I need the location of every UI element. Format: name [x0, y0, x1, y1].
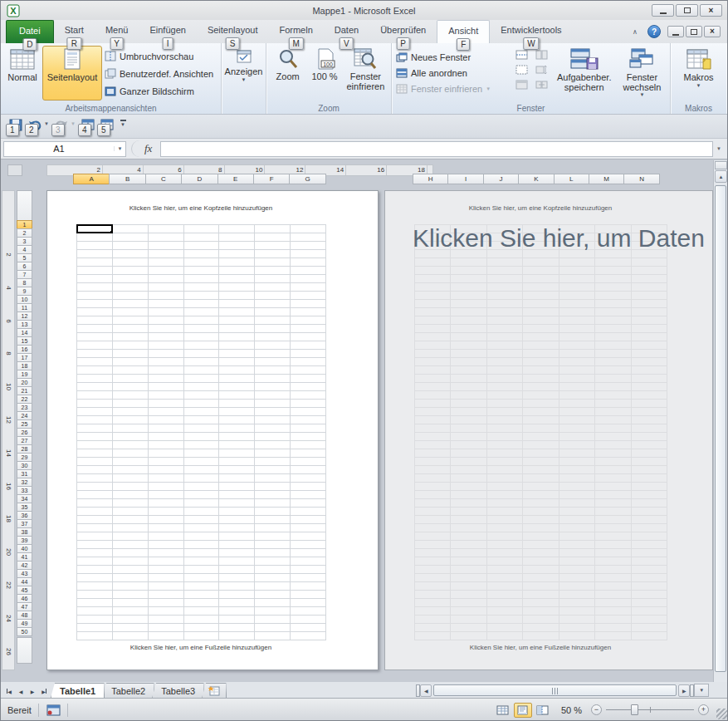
scroll-right-icon[interactable]: ▶: [678, 684, 690, 697]
last-sheet-button[interactable]: ▶: [38, 684, 50, 698]
name-box[interactable]: A1 ▼: [3, 141, 126, 157]
zoom-third-button[interactable]: Fenster einfrieren: [342, 46, 389, 101]
column-header-G[interactable]: G: [289, 174, 325, 184]
ribbon-tab-entwicklertools[interactable]: EntwicklertoolsW: [490, 20, 572, 43]
help-icon[interactable]: ?: [647, 25, 661, 38]
vertical-scrollbar[interactable]: ▲: [713, 160, 728, 682]
insert-function-button[interactable]: fx: [141, 142, 160, 155]
header-placeholder[interactable]: Klicken Sie hier, um eine Kopfzeile hinz…: [414, 204, 667, 212]
column-header-F[interactable]: F: [253, 174, 290, 184]
ribbon-tab-datei[interactable]: DateiD: [6, 20, 54, 43]
custom-views-button[interactable]: Benutzerdef. Ansichten: [102, 65, 216, 82]
save-button[interactable]: 1: [6, 116, 25, 133]
column-header-K[interactable]: K: [518, 174, 554, 184]
footer-placeholder[interactable]: Klicken Sie hier, um eine Fußzeile hinzu…: [414, 644, 667, 651]
qat-window-button[interactable]: 4: [78, 116, 97, 133]
show-button[interactable]: Anzeigen ▼: [223, 46, 264, 101]
ribbon-tab-formeln[interactable]: FormelnM: [268, 20, 323, 43]
column-header-D[interactable]: D: [181, 174, 217, 184]
column-header-I[interactable]: I: [447, 174, 483, 184]
ribbon-tab-seitenlayout[interactable]: SeitenlayoutS: [197, 20, 269, 43]
column-header-A[interactable]: A: [73, 174, 110, 184]
column-header-M[interactable]: M: [589, 174, 624, 184]
previous-sheet-button[interactable]: ◀: [15, 684, 27, 698]
cell-grid[interactable]: [76, 224, 326, 640]
qat-table-button[interactable]: 5: [97, 116, 116, 133]
ribbon-tab-start[interactable]: StartR: [54, 20, 95, 43]
view-side-by-side-button[interactable]: [535, 49, 549, 61]
scroll-down-icon[interactable]: ▼: [694, 684, 709, 697]
zoom-level[interactable]: 50 %: [561, 705, 582, 715]
vertical-split-handle[interactable]: [715, 161, 727, 169]
hide-window-button[interactable]: [515, 64, 529, 76]
add-data-placeholder[interactable]: Klicken Sie hier, um Daten h: [413, 224, 713, 253]
insert-worksheet-button[interactable]: [202, 683, 227, 698]
redo-button[interactable]: 3: [51, 116, 71, 133]
column-header-N[interactable]: N: [623, 174, 659, 184]
switch-windows-button[interactable]: Fenster wechseln ▼: [616, 46, 668, 101]
horizontal-scrollbar-thumb[interactable]: [433, 684, 677, 696]
next-sheet-button[interactable]: ▶: [27, 684, 38, 698]
footer-placeholder[interactable]: Klicken Sie hier, um eine Fußzeile hinzu…: [76, 644, 325, 651]
status-normal-view-button[interactable]: [494, 703, 512, 718]
zoom-slider-thumb[interactable]: [631, 704, 638, 715]
zoom-button[interactable]: Zoom: [268, 46, 307, 101]
sheet-tab-tabelle1[interactable]: Tabelle1: [51, 683, 105, 698]
zoom-100-button[interactable]: 100 100 %: [307, 46, 341, 101]
formula-input[interactable]: [160, 141, 713, 157]
ribbon-tab-einfügen[interactable]: EinfügenI: [139, 20, 196, 43]
zoom-slider[interactable]: [606, 704, 694, 715]
selected-cell-a1[interactable]: [76, 224, 113, 233]
synchronous-scrolling-button[interactable]: [535, 64, 549, 76]
name-box-dropdown-icon[interactable]: ▼: [114, 146, 125, 151]
arrange-all-button[interactable]: Alle anordnen: [393, 65, 510, 81]
qat-more-button[interactable]: ▼: [116, 116, 129, 127]
column-header-C[interactable]: C: [145, 174, 182, 184]
resize-grip[interactable]: [716, 709, 727, 719]
scroll-up-icon[interactable]: ▲: [715, 170, 727, 183]
select-all-corner[interactable]: [7, 164, 22, 176]
status-page-break-button[interactable]: [534, 703, 552, 718]
unhide-window-button[interactable]: [515, 79, 529, 91]
undo-button[interactable]: 2: [25, 116, 44, 133]
zoom-out-button[interactable]: −: [591, 704, 602, 715]
column-header-B[interactable]: B: [109, 174, 145, 184]
macro-record-button[interactable]: [46, 704, 61, 716]
horizontal-scrollbar[interactable]: [432, 684, 678, 697]
column-header-J[interactable]: J: [483, 174, 519, 184]
sheet-tab-tabelle2[interactable]: Tabelle2: [102, 683, 154, 698]
restore-button[interactable]: [676, 4, 698, 17]
undo-dropdown-icon[interactable]: ▼: [44, 116, 51, 126]
close-button[interactable]: ×: [700, 4, 722, 17]
ribbon-tab-daten[interactable]: DatenV: [324, 20, 369, 43]
full-screen-button[interactable]: Ganzer Bildschirm: [102, 82, 216, 100]
workbook-restore-button[interactable]: [686, 26, 702, 37]
macros-button[interactable]: Makros ▼: [674, 46, 724, 101]
vertical-scrollbar-thumb[interactable]: [715, 185, 726, 672]
page-layout-view-button[interactable]: Seitenlayout: [42, 46, 102, 101]
ribbon-tab-ansicht[interactable]: AnsichtF: [437, 20, 490, 43]
collapse-ribbon-icon[interactable]: ∧: [628, 26, 642, 38]
new-window-button[interactable]: Neues Fenster: [393, 49, 510, 65]
redo-dropdown-icon[interactable]: ▼: [71, 116, 78, 126]
freeze-panes-button[interactable]: Fenster einfrieren ▼: [393, 81, 510, 96]
normal-view-button[interactable]: Normal: [2, 46, 42, 101]
excel-logo-icon[interactable]: X: [7, 4, 20, 17]
formula-bar-expand-icon[interactable]: ▼: [713, 146, 725, 151]
ribbon-tab-überprüfen[interactable]: ÜberprüfenP: [369, 20, 437, 43]
save-workspace-button[interactable]: Aufgabenber. speichern: [553, 46, 616, 101]
ribbon-tab-menü[interactable]: MenüY: [95, 20, 139, 43]
zoom-in-button[interactable]: +: [698, 704, 709, 715]
workbook-close-button[interactable]: ×: [704, 26, 721, 37]
column-header-L[interactable]: L: [554, 174, 589, 184]
first-sheet-button[interactable]: ◀: [3, 684, 15, 698]
page-break-preview-button[interactable]: Umbruchvorschau: [102, 47, 216, 65]
workbook-minimize-button[interactable]: [667, 26, 684, 37]
header-placeholder[interactable]: Klicken Sie hier, um eine Kopfzeile hinz…: [76, 204, 325, 212]
scroll-left-icon[interactable]: ◀: [420, 684, 432, 697]
status-page-layout-button[interactable]: [514, 703, 532, 718]
column-header-H[interactable]: H: [413, 174, 448, 184]
row-header-50[interactable]: 50: [17, 627, 32, 636]
reset-window-position-button[interactable]: [535, 79, 549, 91]
minimize-button[interactable]: [652, 4, 674, 17]
